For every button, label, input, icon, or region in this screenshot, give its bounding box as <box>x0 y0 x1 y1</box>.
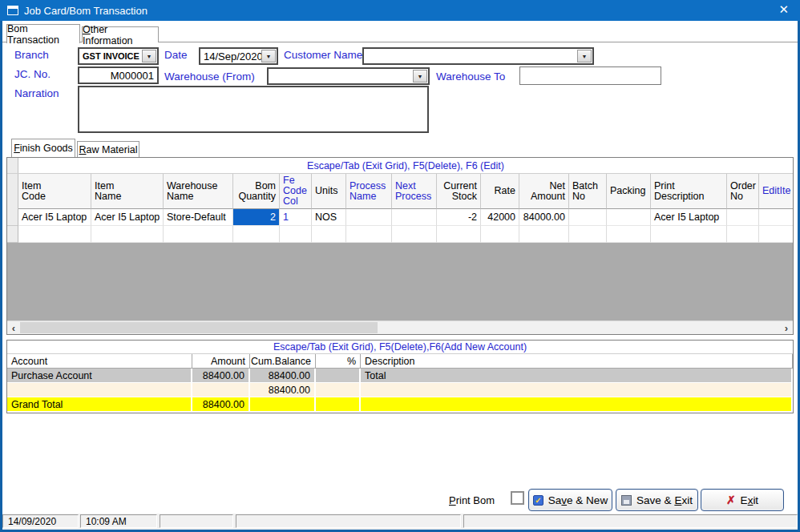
cell-current-stock[interactable]: -2 <box>437 209 481 226</box>
cell-bom-quantity[interactable]: 2 <box>233 209 280 226</box>
col-net-amount[interactable]: Net Amount <box>519 174 569 209</box>
scroll-right-icon[interactable]: › <box>780 321 793 334</box>
empty-cell[interactable] <box>519 226 569 243</box>
empty-cell[interactable] <box>759 226 794 243</box>
save-and-new-button[interactable]: ✓ Save & New <box>528 489 612 511</box>
cell-amount[interactable]: 88400.00 <box>192 397 250 411</box>
cell-account[interactable] <box>7 383 192 397</box>
empty-cell[interactable] <box>280 226 312 243</box>
cell-percent[interactable] <box>316 397 361 411</box>
col-bom-quantity[interactable]: Bom Quantity <box>233 174 280 209</box>
tab-bom-transaction-label: Bom Transaction <box>7 23 79 46</box>
empty-cell[interactable] <box>392 226 437 243</box>
col-description[interactable]: Description <box>361 354 793 369</box>
col-percent[interactable]: % <box>316 354 361 369</box>
col-account[interactable]: Account <box>7 354 192 369</box>
row-selector[interactable] <box>7 209 18 226</box>
date-dropdown-icon[interactable]: ▼ <box>261 50 276 62</box>
save-new-icon: ✓ <box>533 495 543 506</box>
branch-dropdown-icon[interactable]: ▼ <box>142 50 156 62</box>
cell-percent[interactable] <box>316 383 361 397</box>
empty-cell[interactable] <box>607 226 651 243</box>
col-units[interactable]: Units <box>312 174 346 209</box>
close-icon[interactable]: ✕ <box>778 2 789 17</box>
scroll-left-icon[interactable]: ‹ <box>7 321 20 334</box>
cell-item-name[interactable]: Acer I5 Laptop <box>91 209 164 226</box>
customer-name-combo[interactable]: ▼ <box>362 47 594 65</box>
cell-cum-balance[interactable]: 88400.00 <box>250 383 316 397</box>
cell-amount[interactable] <box>192 383 250 397</box>
branch-combo[interactable]: GST INVOICE ▼ <box>78 47 159 65</box>
col-edit-item[interactable]: EditIte <box>759 174 794 209</box>
exit-button[interactable]: ✗ Exit <box>701 489 784 511</box>
empty-cell[interactable] <box>727 226 759 243</box>
col-packing[interactable]: Packing <box>607 174 651 209</box>
cell-edit-item[interactable] <box>759 209 794 226</box>
cell-units[interactable]: NOS <box>312 209 346 226</box>
cell-description[interactable] <box>361 383 793 397</box>
warehouse-from-combo[interactable]: ▼ <box>267 67 430 85</box>
jc-no-input[interactable]: M000001 <box>78 66 159 84</box>
col-order-no[interactable]: Order No <box>727 174 759 209</box>
cell-item-code[interactable]: Acer I5 Laptop <box>18 209 91 226</box>
empty-cell[interactable] <box>312 226 346 243</box>
row-selector[interactable] <box>7 226 18 243</box>
cell-packing[interactable] <box>607 209 651 226</box>
cell-net-amount[interactable]: 84000.00 <box>519 209 569 226</box>
col-warehouse-name[interactable]: Warehouse Name <box>164 174 233 209</box>
tab-raw-material-label: Raw Material <box>79 144 138 155</box>
cell-cum-balance[interactable]: 88400.00 <box>250 369 316 382</box>
cell-account[interactable]: Purchase Account <box>7 369 192 382</box>
empty-cell[interactable] <box>651 226 727 243</box>
cell-next-process[interactable] <box>392 209 437 226</box>
cell-batch-no[interactable] <box>569 209 607 226</box>
warehouse-to-input[interactable] <box>519 66 661 85</box>
col-batch-no[interactable]: Batch No <box>569 174 607 209</box>
cell-process-name[interactable] <box>346 209 392 226</box>
warehouse-from-dropdown-icon[interactable]: ▼ <box>413 70 427 83</box>
save-and-exit-button[interactable]: Save & Exit <box>616 489 698 511</box>
tab-other-information[interactable]: Other Information <box>82 26 159 42</box>
cell-cum-balance[interactable] <box>250 397 316 411</box>
print-bom-checkbox[interactable] <box>511 491 524 505</box>
cell-amount[interactable]: 88400.00 <box>192 369 250 382</box>
account-row-grand-total: Grand Total 88400.00 <box>7 397 793 412</box>
cell-order-no[interactable] <box>727 209 759 226</box>
empty-cell[interactable] <box>481 226 519 243</box>
col-item-code[interactable]: Item Code <box>18 174 91 209</box>
col-rate[interactable]: Rate <box>481 174 519 209</box>
horizontal-scrollbar[interactable]: ‹ › <box>7 320 793 334</box>
empty-cell[interactable] <box>18 226 91 243</box>
col-amount[interactable]: Amount <box>192 354 250 369</box>
cell-fe-code-col[interactable]: 1 <box>280 209 312 226</box>
col-next-process[interactable]: Next Process <box>392 174 437 209</box>
cell-description[interactable]: Total <box>361 369 793 382</box>
cell-print-description[interactable]: Acer I5 Laptop <box>651 209 727 226</box>
scrollbar-thumb[interactable] <box>20 322 378 333</box>
col-cum-balance[interactable]: Cum.Balance <box>250 354 316 369</box>
cell-percent[interactable] <box>316 369 361 382</box>
narration-textarea[interactable] <box>78 86 429 133</box>
empty-cell[interactable] <box>346 226 392 243</box>
col-print-description[interactable]: Print Description <box>651 174 727 209</box>
col-fe-code-col[interactable]: Fe Code Col <box>280 174 312 209</box>
tab-raw-material[interactable]: Raw Material <box>77 141 139 157</box>
empty-cell[interactable] <box>91 226 164 243</box>
tab-finish-goods[interactable]: Finish Goods <box>11 139 75 157</box>
cell-warehouse-name[interactable]: Store-Default <box>164 209 233 226</box>
empty-cell[interactable] <box>437 226 481 243</box>
date-combo[interactable]: 14/Sep/2020 ▼ <box>199 47 278 65</box>
col-process-name[interactable]: Process Name <box>346 174 392 209</box>
cell-description[interactable] <box>361 397 793 411</box>
empty-cell[interactable] <box>569 226 607 243</box>
cell-account[interactable]: Grand Total <box>7 397 192 411</box>
cell-rate[interactable]: 42000 <box>481 209 519 226</box>
tab-bom-transaction[interactable]: Bom Transaction <box>6 24 80 43</box>
col-current-stock[interactable]: Current Stock <box>437 174 481 209</box>
empty-cell[interactable] <box>164 226 233 243</box>
status-panel-empty <box>463 514 798 528</box>
row-selector-header <box>7 174 18 209</box>
empty-cell[interactable] <box>233 226 280 243</box>
customer-dropdown-icon[interactable]: ▼ <box>577 50 592 62</box>
col-item-name[interactable]: Item Name <box>91 174 164 209</box>
